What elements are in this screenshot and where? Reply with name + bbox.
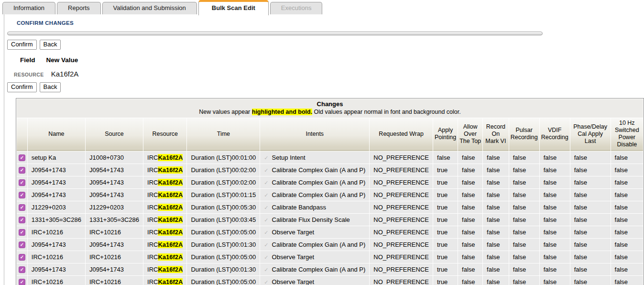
tab-validation-and-submission[interactable]: Validation and Submission [102,2,197,14]
checkmark-icon: ✓ [20,242,24,247]
cell-phase-delay-cal-apply-last: false [570,152,611,164]
resource-new-part: Ka16f2A [158,253,183,261]
resource-new-part: Ka16f2A [158,229,183,236]
cell-record-on-mark-vi: false [483,176,509,188]
cell-time: Duration (LST)00:02:00 [187,176,260,188]
cell-requested-wrap: NO_PREFERENCE [370,226,433,238]
cell-phase-delay-cal-apply-last: false [570,189,611,201]
cell-phase-delay-cal-apply-last: false [570,176,611,188]
row-checkbox[interactable]: ✓ [19,154,25,161]
row-checkbox[interactable]: ✓ [19,204,25,211]
cell-allow-over-the-top: false [458,164,482,176]
back-button[interactable]: Back [40,82,61,92]
row-checkbox[interactable]: ✓ [19,229,25,236]
cell-requested-wrap: NO_PREFERENCE [370,176,433,188]
table-row: ✓IRC+10216IRC+10216IRCKa16f2ADuration (L… [17,276,643,285]
top-button-row: Confirm Back [7,40,644,50]
tab-bulk-scan-edit[interactable]: Bulk Scan Edit [198,0,269,15]
row-checkbox[interactable]: ✓ [19,254,25,261]
cell-time: Duration (LST)00:01:15 [187,189,260,201]
horizontal-scrollbar[interactable] [7,32,543,35]
intent-label: Calibrate Flux Density Scale [272,216,350,223]
cell-time: Duration (LST)00:05:00 [187,276,260,285]
resource-new-part: Ka16f2A [158,216,183,223]
legend-prefix: New values appear [199,109,251,115]
cell-intents: ✓Calibrate Complex Gain (A and P) [260,239,369,251]
cell-allow-over-the-top: false [458,276,482,285]
cell-ten-hz-switched-power-disable: false [611,239,643,251]
cell-intents: ✓Setup Intent [260,152,369,164]
row-checkbox[interactable]: ✓ [19,217,25,223]
cell-source: 1331+305=3C286 [86,214,143,226]
confirm-button[interactable]: Confirm [7,40,37,50]
intent-label: Calibrate Complex Gain (A and P) [272,241,366,248]
row-select-cell: ✓ [17,226,27,238]
tab-reports[interactable]: Reports [57,2,101,14]
cell-requested-wrap: NO_PREFERENCE [370,239,433,251]
table-row: ✓setup KaJ1008+0730IRCKa16f2ADuration (L… [17,152,643,164]
tab-information[interactable]: Information [2,2,55,14]
intent-check-icon: ✓ [264,230,268,235]
col-select [17,118,27,151]
checkmark-icon: ✓ [20,280,24,285]
back-button[interactable]: Back [40,40,61,50]
resource-old-part: IRC [147,154,158,161]
resource-new-part: Ka16f2A [158,241,183,248]
table-caption: Changes New values appear highlighted an… [17,99,643,118]
cell-phase-delay-cal-apply-last: false [570,164,611,176]
cell-record-on-mark-vi: false [483,152,509,164]
resource-old-part: IRC [147,191,158,198]
cell-phase-delay-cal-apply-last: false [570,276,611,285]
changes-table-body: ✓setup KaJ1008+0730IRCKa16f2ADuration (L… [17,152,643,285]
row-select-cell: ✓ [17,214,27,226]
field-summary-header: Field New Value [20,56,644,64]
row-checkbox[interactable]: ✓ [19,241,25,248]
cell-ten-hz-switched-power-disable: false [611,189,643,201]
cell-source: J0954+1743 [86,189,143,201]
intent-check-icon: ✓ [264,192,268,198]
checkmark-icon: ✓ [20,205,24,210]
row-select-cell: ✓ [17,201,27,213]
cell-resource: IRCKa16f2A [143,214,186,226]
confirm-button[interactable]: Confirm [7,82,37,92]
cell-phase-delay-cal-apply-last: false [570,201,611,213]
checkmark-icon: ✓ [20,267,24,272]
col-apply-pointing: Apply Pointing [433,118,458,151]
resource-new-part: Ka16f2A [158,179,183,186]
cell-requested-wrap: NO_PREFERENCE [370,164,433,176]
row-select-cell: ✓ [17,263,27,275]
resource-new-part: Ka16f2A [158,154,183,161]
intent-check-icon: ✓ [264,279,268,285]
cell-phase-delay-cal-apply-last: false [570,263,611,275]
table-row: ✓J0954+1743J0954+1743IRCKa16f2ADuration … [17,164,643,176]
intent-check-icon: ✓ [264,217,268,223]
row-select-cell: ✓ [17,276,27,285]
row-checkbox[interactable]: ✓ [19,167,25,174]
cell-pulsar-recording: false [509,263,539,275]
cell-name: J1229+0203 [28,201,85,213]
row-select-cell: ✓ [17,164,27,176]
cell-vdif-recording: false [540,176,570,188]
cell-pulsar-recording: false [509,176,539,188]
cell-requested-wrap: NO_PREFERENCE [370,251,433,263]
resource-new-part: Ka16f2A [158,204,183,211]
cell-record-on-mark-vi: false [483,226,509,238]
col-allow-over-the-top: Allow Over The Top [458,118,482,151]
row-checkbox[interactable]: ✓ [19,279,25,285]
cell-vdif-recording: false [540,276,570,285]
cell-name: IRC+10216 [28,226,85,238]
cell-ten-hz-switched-power-disable: false [611,226,643,238]
cell-apply-pointing: true [433,276,458,285]
row-checkbox[interactable]: ✓ [19,192,25,198]
cell-name: J0954+1743 [28,164,85,176]
cell-pulsar-recording: false [509,251,539,263]
cell-time: Duration (LST)00:01:30 [187,263,260,275]
cell-allow-over-the-top: false [458,201,482,213]
row-checkbox[interactable]: ✓ [19,266,25,273]
row-select-cell: ✓ [17,251,27,263]
checkmark-icon: ✓ [20,193,24,197]
cell-time: Duration (LST)00:05:00 [187,226,260,238]
cell-phase-delay-cal-apply-last: false [570,239,611,251]
cell-record-on-mark-vi: false [483,164,509,176]
row-checkbox[interactable]: ✓ [19,179,25,186]
